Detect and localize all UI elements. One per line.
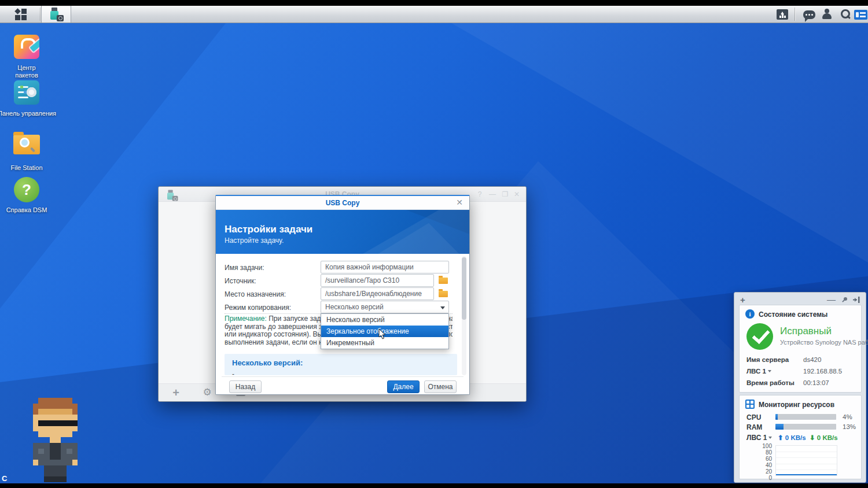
desktop-icon-label: пакетов	[15, 72, 38, 79]
external-device-button[interactable]	[774, 6, 790, 23]
uptime-value: 00:13:07	[803, 379, 829, 386]
main-menu-button[interactable]	[5, 6, 38, 23]
taskbar-divider	[40, 8, 41, 21]
folder-icon	[439, 278, 448, 284]
user-icon	[821, 9, 833, 20]
dropdown-option-incremental[interactable]: Инкрементный	[321, 337, 448, 349]
up-arrow-icon: ⬆	[778, 434, 784, 441]
dialog-heading: Настройки задачи	[225, 224, 312, 235]
desktop-icon-package-center[interactable]: Центрпакетов	[0, 34, 53, 79]
control-panel-icon	[13, 80, 40, 107]
source-input[interactable]: /surveillance/Tapo C310	[321, 274, 434, 287]
cpu-meter-fill	[775, 414, 778, 420]
watermark: C	[2, 474, 7, 483]
dialog-scrollbar[interactable]	[462, 256, 466, 375]
info-box-heading: Несколько версий:	[232, 358, 303, 367]
external-device-icon	[777, 9, 788, 20]
note-label: Примечание:	[225, 315, 267, 323]
dsm-help-icon: ?	[13, 177, 40, 204]
y-tick: 80	[755, 449, 772, 456]
minimize-panel-button[interactable]: —	[827, 295, 836, 304]
lan-selector[interactable]: ЛВС 1	[746, 368, 771, 375]
system-health-title: Состояние системы	[759, 310, 827, 319]
ram-label: RAM	[746, 423, 762, 431]
source-browse-button[interactable]	[438, 276, 449, 285]
chat-notifications-icon	[803, 10, 815, 19]
ram-percent: 13%	[843, 423, 856, 430]
task-name-input[interactable]: Копия важной информации	[321, 261, 449, 273]
desktop-icon-dsm-help[interactable]: ? Справка DSM	[0, 176, 53, 214]
desktop-icon-control-panel[interactable]: Панель управления	[0, 79, 53, 117]
widgets-toggle-button[interactable]	[853, 6, 868, 23]
footer-separator	[222, 376, 464, 377]
server-name-value: ds420	[803, 356, 821, 363]
multiple-versions-info-box: Несколько версий: -	[225, 354, 457, 375]
chart-y-axis: 100 80 60 40 20 0	[755, 443, 772, 473]
lan-label: ЛВС 1	[746, 434, 767, 442]
dialog-subheading: Настройте задачу.	[225, 236, 284, 245]
package-center-icon	[13, 35, 40, 61]
copy-mode-value: Несколько версий	[325, 303, 384, 311]
chevron-down-icon	[768, 370, 771, 372]
copy-mode-label: Режим копирования:	[225, 304, 291, 312]
info-box-clipped-text: -	[232, 370, 234, 375]
dialog-banner: Настройки задачи Настройте задачу.	[216, 210, 469, 254]
desktop-icon-label: File Station	[0, 164, 53, 172]
resource-monitor-title: Мониторинг ресурсов	[759, 401, 834, 409]
widget-panel: + — i Состояние системы Исправный Устрой…	[734, 292, 866, 483]
pin-icon[interactable]	[841, 296, 848, 304]
notifications-button[interactable]	[800, 6, 818, 23]
y-tick: 20	[755, 468, 772, 475]
dropdown-option-mirroring[interactable]: Зеркальное отображение	[321, 326, 448, 337]
network-flatline	[776, 474, 837, 475]
scrollbar-thumb[interactable]	[462, 257, 466, 320]
user-options-button[interactable]	[819, 6, 835, 23]
search-button[interactable]	[837, 6, 853, 23]
cpu-label: CPU	[746, 413, 761, 422]
cpu-meter	[775, 414, 836, 420]
usb-copy-app-icon	[49, 8, 64, 21]
dialog-close-button[interactable]: ✕	[455, 198, 464, 206]
lan-label: ЛВС 1	[746, 368, 766, 375]
taskbar	[0, 6, 868, 23]
usb-copy-task-button[interactable]	[41, 6, 71, 23]
taskbar-divider	[795, 8, 795, 21]
pixel-avatar	[27, 398, 83, 482]
dropdown-option-multiple-versions[interactable]: Несколько версий	[321, 314, 448, 326]
main-menu-grid-icon	[15, 9, 28, 20]
cancel-button[interactable]: Отмена	[424, 380, 457, 393]
widgets-panel-icon	[854, 10, 867, 20]
desktop-icon-label: Справка DSM	[0, 206, 53, 214]
info-icon: i	[745, 309, 755, 319]
search-icon	[839, 9, 851, 20]
down-arrow-icon: ⬇	[810, 434, 815, 441]
copy-mode-select[interactable]: Несколько версий	[321, 301, 449, 313]
ram-meter	[775, 424, 836, 430]
next-button[interactable]: Далее	[387, 380, 420, 393]
screen: Центрпакетов Панель управления File Stat…	[0, 0, 868, 488]
upload-rate: ⬆ 0 KB/s	[778, 434, 806, 442]
y-tick: 60	[755, 456, 772, 462]
system-health-widget: i Состояние системы Исправный Устройство…	[739, 305, 862, 393]
task-name-label: Имя задачи:	[225, 264, 264, 272]
chevron-down-icon	[768, 437, 772, 439]
folder-icon	[439, 291, 448, 297]
lan-selector[interactable]: ЛВС 1	[746, 434, 772, 442]
destination-browse-button[interactable]	[438, 289, 449, 298]
cpu-percent: 4%	[843, 413, 852, 420]
y-tick: 0	[755, 475, 772, 481]
back-button[interactable]: Назад	[229, 380, 262, 393]
chevron-down-icon	[440, 306, 445, 309]
ram-meter-fill	[775, 424, 784, 430]
destination-input[interactable]: /usbshare1/Видеонаблюдение	[321, 287, 434, 300]
usb-copy-task-dialog: USB Copy ✕ Настройки задачи Настройте за…	[215, 195, 470, 395]
add-widget-button[interactable]: +	[740, 295, 745, 305]
dialog-title: USB Copy	[216, 199, 469, 207]
y-tick: 40	[755, 462, 772, 468]
collapse-panel-icon[interactable]	[852, 296, 860, 304]
resource-monitor-widget: Мониторинг ресурсов CPU 4% RAM 13% ЛВС 1…	[739, 395, 862, 479]
dialog-titlebar[interactable]: USB Copy ✕	[216, 196, 469, 210]
download-rate: ⬇ 0 KB/s	[810, 434, 838, 442]
health-status: Исправный	[780, 326, 832, 337]
desktop-icon-file-station[interactable]: File Station	[0, 130, 53, 172]
